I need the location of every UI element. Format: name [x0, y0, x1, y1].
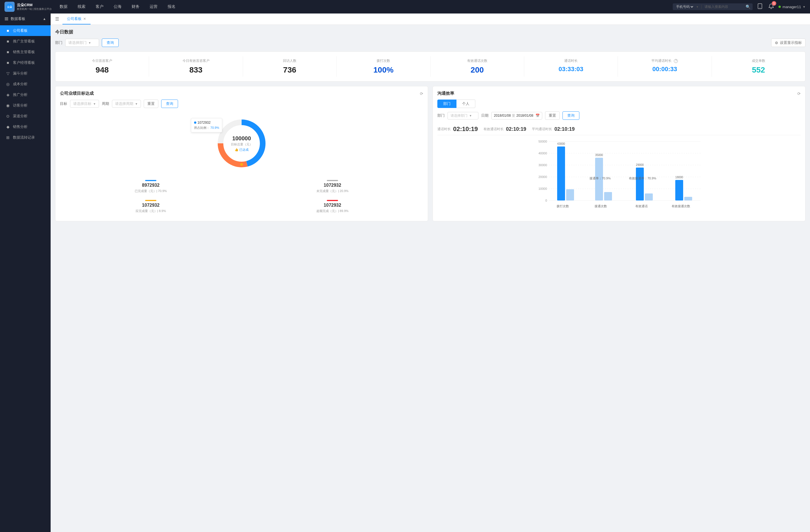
sidebar-item-promotion-manager[interactable]: ■ 推广主管看板	[0, 36, 51, 47]
goal-period-select[interactable]: 请选择周期 ▼	[112, 100, 141, 108]
goal-target-select[interactable]: 请选择目标 ▼	[70, 100, 99, 108]
goal-refresh-icon[interactable]: ⟳	[420, 92, 423, 96]
today-filter-bar: 部门 请选择部门 ▼ 查询 ⚙ 设置显示指标	[55, 38, 806, 47]
nav-customers[interactable]: 客户	[91, 2, 108, 11]
stat-value-3: 100%	[341, 66, 425, 74]
promotion-analysis-icon: ◈	[6, 93, 10, 97]
date-start: 2018/01/08	[494, 114, 511, 118]
funnel-icon: ▽	[6, 71, 10, 76]
promotion-manager-icon: ■	[6, 39, 10, 44]
effective-duration-value: 02:10:19	[506, 126, 526, 132]
stat-effective-consult: 今日有效首咨客户 833	[149, 56, 243, 77]
goal-stat-value-1: 1072932	[244, 183, 421, 188]
tooltip-dot	[194, 121, 196, 124]
search-input[interactable]	[704, 5, 744, 9]
tab-close-icon[interactable]: ✕	[83, 17, 86, 21]
stat-value-6: 00:00:33	[622, 66, 707, 73]
eff-reset-btn[interactable]: 重置	[545, 111, 560, 120]
sidebar-item-label-6: 推广分析	[13, 92, 28, 97]
donut-center-sub: 👍 已达成	[231, 148, 253, 152]
sidebar-collapse-icon[interactable]: ▲	[43, 17, 46, 21]
sidebar-item-promotion-analysis[interactable]: ◈ 推广分析	[0, 89, 51, 100]
sidebar-group-title: 数据看板	[11, 16, 25, 21]
settings-label: 设置显示指标	[780, 40, 802, 45]
nav-data[interactable]: 数据	[55, 2, 72, 11]
sidebar-item-funnel[interactable]: ▽ 漏斗分析	[0, 68, 51, 79]
bar-effective-calls	[636, 168, 644, 200]
search-icon[interactable]: 🔍	[746, 4, 750, 9]
notification-icon[interactable]: 5	[767, 2, 775, 11]
stat-value-7: 552	[716, 66, 801, 74]
donut-area: 1072932 所占比例： 70.9%	[60, 113, 423, 174]
stat-label-0: 今日首咨客户	[60, 59, 144, 63]
eff-chart-title: 沟通效率	[437, 91, 454, 96]
dept-select[interactable]: 请选择部门 ▼	[65, 39, 99, 47]
sidebar-group-header[interactable]: 数据看板 ▲	[0, 14, 51, 24]
eff-query-btn[interactable]: 查询	[563, 111, 579, 120]
goal-stat-line-3	[327, 200, 338, 201]
search-select[interactable]: 手机号码	[675, 4, 694, 9]
call-duration-value: 02:10:19	[453, 126, 478, 133]
stat-label-7: 成交单数	[716, 59, 801, 63]
notification-badge: 5	[772, 1, 776, 6]
goal-period-chevron: ▼	[135, 102, 138, 105]
sidebar-item-channel[interactable]: ⊙ 渠道分析	[0, 111, 51, 121]
sidebar-item-visitor[interactable]: ◉ 访客分析	[0, 100, 51, 111]
eff-tab-person[interactable]: 个人	[456, 100, 475, 108]
filter-left: 部门 请选择部门 ▼ 查询	[55, 38, 119, 47]
nav-finance[interactable]: 财务	[127, 2, 144, 11]
page-content: 今日数据 部门 请选择部门 ▼ 查询 ⚙ 设置显示指标	[51, 25, 810, 532]
top-nav: 云朵 云朵CRM 教育机构一站 | 招生服务云平台 数据 线索 客户 公海 财务…	[0, 0, 810, 14]
bar-dial-count-light	[566, 189, 574, 200]
goal-controls: 目标 请选择目标 ▼ 周期 请选择周期 ▼ 重置 查询	[60, 100, 423, 108]
svg-text:20000: 20000	[538, 175, 547, 179]
eff-date-range[interactable]: 2018/01/08 至 2018/01/08 📅	[491, 112, 542, 119]
bar-chart-svg: 50000 40000 30000 20000 10000 0 43000 拨打…	[437, 139, 801, 212]
nav-leads[interactable]: 线索	[73, 2, 90, 11]
goal-reset-btn[interactable]: 重置	[144, 100, 158, 108]
tablet-icon[interactable]	[756, 2, 764, 11]
user-info[interactable]: manager11 ▼	[778, 5, 806, 9]
goal-stat-line-1	[327, 180, 338, 181]
nav-public-sea[interactable]: 公海	[109, 2, 126, 11]
eff-tab-dept[interactable]: 部门	[437, 100, 456, 108]
svg-rect-5	[5, 19, 8, 19]
nav-enrollment[interactable]: 报名	[163, 2, 180, 11]
svg-text:18000: 18000	[675, 176, 683, 179]
svg-text:有效接通次数: 有效接通次数	[671, 204, 690, 208]
today-section-title: 今日数据	[55, 29, 806, 35]
user-dropdown-icon[interactable]: ▼	[803, 5, 806, 9]
tab-company-board[interactable]: 公司看板 ✕	[62, 14, 91, 24]
sidebar-item-label-3: 客户经理看板	[13, 60, 35, 65]
online-indicator	[778, 6, 781, 8]
sidebar-item-cost[interactable]: ◎ 成本分析	[0, 79, 51, 89]
svg-text:有效通话: 有效通话	[635, 204, 648, 208]
calendar-icon[interactable]: 📅	[535, 114, 540, 118]
today-section: 今日数据 部门 请选择部门 ▼ 查询 ⚙ 设置显示指标	[55, 29, 806, 82]
sidebar-item-data-flow[interactable]: ⊞ 数据流转记录	[0, 132, 51, 143]
sidebar-item-sales-analysis[interactable]: ◆ 销售分析	[0, 121, 51, 132]
sidebar-item-label-10: 数据流转记录	[13, 135, 35, 140]
goal-stat-label-3: 超额完成（元）| 89.9%	[244, 209, 421, 213]
goal-target-label: 目标	[60, 101, 67, 106]
svg-text:50000: 50000	[538, 140, 547, 143]
sidebar-toggle-btn[interactable]: ☰	[55, 16, 59, 22]
eff-dept-select[interactable]: 请选择部门 ▼	[448, 112, 479, 119]
sidebar-item-company-board[interactable]: ■ 公司看板	[0, 25, 51, 36]
today-query-btn[interactable]: 查询	[102, 38, 119, 47]
svg-point-3	[760, 7, 760, 8]
eff-refresh-icon[interactable]: ⟳	[797, 92, 801, 96]
goal-stat-value-2: 1072932	[62, 203, 239, 208]
settings-display-btn[interactable]: ⚙ 设置显示指标	[771, 38, 806, 47]
stat-value-2: 736	[247, 66, 332, 74]
sidebar-item-account-manager[interactable]: ■ 客户经理看板	[0, 57, 51, 68]
stat-label-5: 通话时长	[529, 59, 613, 63]
nav-operations[interactable]: 运营	[145, 2, 162, 11]
sidebar-item-label-1: 推广主管看板	[13, 39, 35, 44]
svg-text:35000: 35000	[595, 153, 603, 156]
eff-dept-text: 请选择部门	[451, 113, 467, 118]
svg-point-10	[240, 163, 243, 166]
stats-row: 今日首咨客户 948 今日有效首咨客户 833 回访人数 736 拨打次数 10…	[55, 51, 806, 82]
sidebar-item-sales-manager[interactable]: ■ 销售主管看板	[0, 47, 51, 57]
goal-query-btn[interactable]: 查询	[161, 100, 178, 108]
